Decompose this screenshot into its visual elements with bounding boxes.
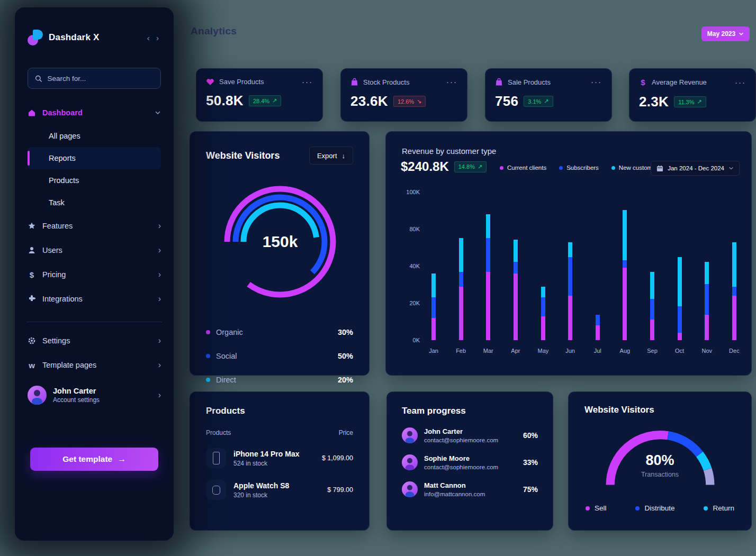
card-title: Revenue by customer type [402, 147, 496, 156]
bar-segment [568, 257, 572, 296]
x-tick-label: Feb [456, 348, 466, 354]
bar-segment [486, 272, 490, 340]
sidebar-subitem-label: Task [49, 198, 65, 207]
more-options-icon[interactable]: ··· [735, 80, 746, 85]
gauge-label: Transactions [597, 471, 724, 478]
bar-segment [596, 315, 600, 325]
trend-up-icon: ↗ [544, 98, 548, 105]
trend-up-icon: ↗ [478, 163, 482, 170]
legend-item-subscribers: Subscribers [559, 165, 599, 171]
trend-badge: 14.8%↗ [454, 161, 487, 172]
sidebar-item-pricing[interactable]: $ Pricing › [28, 262, 161, 287]
column-header-products: Products [206, 429, 339, 436]
x-tick-label: May [538, 348, 548, 354]
member-name: Sophie Moore [424, 454, 517, 462]
star-icon [28, 222, 36, 230]
sidebar-item-features[interactable]: Features › [28, 214, 161, 238]
y-axis: 100K80K40K20K0K [395, 192, 420, 340]
logo-row: Dashdark X ‹ › [28, 30, 161, 45]
x-tick-label: Dec [729, 348, 740, 354]
bar-segment [705, 262, 709, 284]
bar-segment [459, 238, 463, 272]
sidebar-item-products[interactable]: Products [28, 169, 161, 192]
sidebar-item-task[interactable]: Task [28, 192, 161, 214]
sidebar-item-dashboard[interactable]: Dashboard [28, 101, 161, 125]
watch-icon [206, 480, 226, 500]
period-dropdown-button[interactable]: May 2023 [701, 26, 750, 41]
bar-column [456, 192, 466, 340]
visitors-donut-chart: 150k [206, 168, 354, 316]
legend-item-social: Social 50% [206, 344, 353, 368]
sidebar-collapse-icon[interactable]: ‹ › [147, 33, 161, 42]
user-icon [28, 246, 36, 254]
trend-badge: 28.4%↗ [249, 95, 281, 106]
bar-column [701, 192, 712, 340]
more-options-icon[interactable]: ··· [302, 79, 313, 85]
x-tick-label: Sep [647, 348, 658, 354]
legend-dot [206, 378, 210, 382]
more-options-icon[interactable]: ··· [591, 79, 602, 85]
revenue-total: $240.8K [401, 159, 449, 174]
bar-column [565, 192, 575, 340]
sidebar-item-settings[interactable]: Settings › [28, 329, 161, 353]
legend-value: 30% [338, 328, 353, 336]
y-tick-label: 100K [406, 189, 420, 195]
transactions-gauge-chart: 80% Transactions [597, 421, 724, 495]
get-template-button[interactable]: Get template → [30, 448, 158, 471]
y-tick-label: 20K [409, 300, 420, 306]
table-row: iPhone 14 Pro Max 524 in stock $ 1,099.0… [206, 448, 353, 468]
sidebar-item-users[interactable]: Users › [28, 238, 161, 262]
account-settings-row[interactable]: John Carter Account settings › [28, 386, 161, 405]
more-options-icon[interactable]: ··· [446, 79, 457, 85]
legend-item-direct: Direct 20% [206, 368, 353, 391]
bar-segment [459, 272, 463, 287]
cta-label: Get template [62, 454, 112, 464]
legend-dot [586, 506, 590, 511]
y-tick-label: 80K [409, 226, 420, 232]
x-tick-label: Oct [674, 348, 685, 354]
bar-segment [459, 287, 463, 340]
sidebar-item-all-pages[interactable]: All pages [28, 125, 161, 147]
stat-value: 2.3K [639, 94, 669, 110]
bar-segment [705, 315, 709, 340]
member-email: contact@sophiemoore.com [424, 437, 517, 443]
sidebar-item-label: Template pages [42, 361, 152, 369]
member-name: John Carter [424, 427, 517, 435]
webflow-icon: w [28, 361, 36, 370]
product-name: Apple Watch S8 [233, 481, 320, 490]
gear-icon [28, 336, 36, 345]
search-input[interactable] [47, 75, 154, 83]
member-email: info@mattcannon.com [424, 491, 517, 497]
sidebar-item-reports[interactable]: Reports [28, 147, 161, 169]
period-label: May 2023 [707, 30, 735, 38]
export-button[interactable]: Export ↓ [309, 147, 353, 165]
bar-segment [732, 296, 736, 340]
legend-label: Organic [216, 328, 332, 336]
heart-icon [206, 78, 214, 86]
bar-segment [623, 268, 627, 340]
date-range-picker[interactable]: Jan 2024 - Dec 2024 [651, 161, 740, 176]
stat-card-save-products: Save Products ··· 50.8K 28.4%↗ [196, 68, 323, 122]
bar-segment [678, 257, 682, 306]
arrow-right-icon: → [118, 454, 126, 464]
chevron-right-icon: › [158, 390, 161, 400]
table-header: Products Price [206, 429, 353, 436]
sidebar-divider [26, 322, 162, 322]
bar-segment [568, 242, 572, 257]
x-axis: JanFebMarAprMayJunJulAugSepOctNovDec [428, 348, 740, 354]
product-price: $ 1,099.00 [322, 454, 353, 462]
sidebar-item-template-pages[interactable]: w Template pages › [28, 353, 161, 377]
sidebar-item-label: Users [42, 246, 152, 254]
trend-badge: 3.1%↗ [524, 96, 553, 107]
bar-column [428, 192, 439, 340]
card-title: Team progress [402, 406, 538, 416]
sidebar-item-label: Features [42, 222, 152, 230]
sidebar-item-integrations[interactable]: Integrations › [28, 287, 161, 311]
legend-label: Social [216, 352, 332, 360]
x-tick-label: Aug [619, 348, 630, 354]
chevron-right-icon: › [158, 221, 161, 231]
gauge-legend: Sell Distribute Return [584, 504, 735, 512]
list-item: Matt Cannon info@mattcannon.com 75% [402, 481, 538, 497]
search-box[interactable] [28, 68, 161, 89]
products-card: Products Products Price iPhone 14 Pro Ma… [190, 391, 370, 531]
